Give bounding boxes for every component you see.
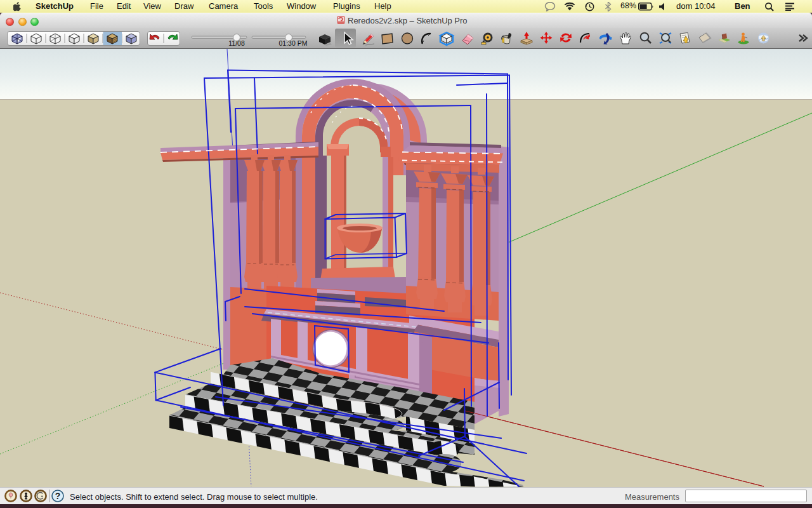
svg-text:11/08: 11/08: [228, 39, 245, 47]
svg-text:01:30 PM: 01:30 PM: [279, 39, 308, 47]
svg-text:?: ?: [55, 491, 61, 501]
